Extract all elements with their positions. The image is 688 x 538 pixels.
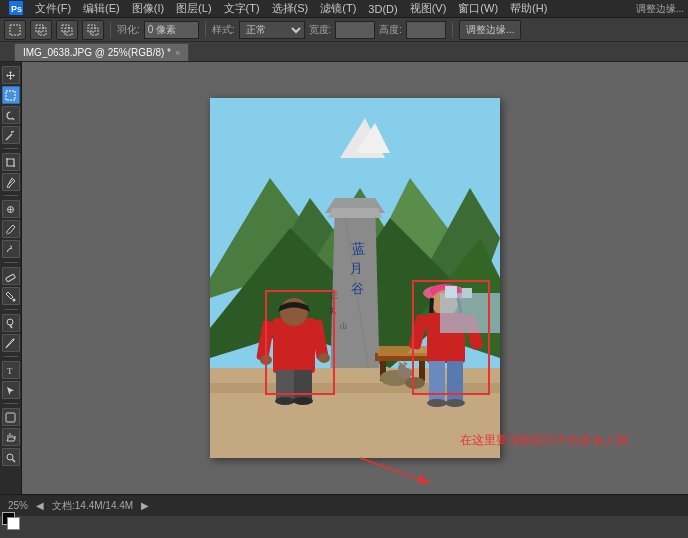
canvas-area: 蓝 月 谷 正 龙 山 <box>22 62 688 494</box>
svg-line-86 <box>360 458 430 483</box>
hand-tool[interactable] <box>2 428 20 446</box>
annotation-arrow <box>300 448 500 488</box>
svg-rect-62 <box>276 370 294 400</box>
svg-rect-71 <box>447 361 463 401</box>
path-selection-tool[interactable] <box>2 381 20 399</box>
subtract-selection-btn[interactable]: - <box>56 20 78 40</box>
text-tool[interactable]: T <box>2 361 20 379</box>
svg-rect-70 <box>429 361 445 401</box>
style-select[interactable]: 正常 固定比例 固定大小 <box>239 21 305 39</box>
brush-tool[interactable] <box>2 220 20 238</box>
toolbox-sep-6 <box>4 403 18 404</box>
menu-select[interactable]: 选择(S) <box>267 0 314 17</box>
zoom-tool[interactable] <box>2 448 20 466</box>
new-selection-btn[interactable] <box>4 20 26 40</box>
workspace: T <box>0 62 688 494</box>
svg-text:Ps: Ps <box>11 4 22 14</box>
menu-window[interactable]: 窗口(W) <box>453 0 503 17</box>
svg-point-21 <box>13 298 16 301</box>
color-swatches[interactable] <box>2 512 20 530</box>
menu-view[interactable]: 视图(V) <box>405 0 452 17</box>
svg-rect-20 <box>6 274 16 282</box>
svg-point-64 <box>275 397 295 405</box>
menu-edit[interactable]: 编辑(E) <box>78 0 125 17</box>
toolbar: + - 羽化: 样式: 正常 固定比例 固定大小 宽度: 高度: 调整边缘... <box>0 18 688 42</box>
status-bar: 25% ◀ 文档:14.4M/14.4M ▶ <box>0 494 688 516</box>
svg-text:-: - <box>68 24 70 30</box>
crop-tool[interactable] <box>2 153 20 171</box>
toolbox-sep-1 <box>4 148 18 149</box>
feather-input[interactable] <box>144 21 199 39</box>
doc-info: 文档:14.4M/14.4M <box>52 499 133 513</box>
svg-line-12 <box>6 134 12 140</box>
tab-filename: IMG_0638.JPG @ 25%(RGB/8) * <box>23 47 171 58</box>
menu-image[interactable]: 图像(I) <box>127 0 169 17</box>
menu-help[interactable]: 帮助(H) <box>505 0 552 17</box>
svg-rect-77 <box>445 286 457 298</box>
refine-edge-btn[interactable]: 调整边缘... <box>459 20 521 40</box>
svg-text:蓝: 蓝 <box>351 240 366 256</box>
width-input[interactable] <box>335 21 375 39</box>
svg-rect-63 <box>294 370 312 400</box>
menu-3d[interactable]: 3D(D) <box>363 2 402 16</box>
add-selection-btn[interactable]: + <box>30 20 52 40</box>
svg-point-22 <box>7 319 13 325</box>
menu-text[interactable]: 文字(T) <box>219 0 265 17</box>
svg-line-23 <box>10 325 12 328</box>
svg-line-28 <box>13 459 16 462</box>
svg-point-82 <box>398 364 406 372</box>
eyedropper-tool[interactable] <box>2 173 20 191</box>
svg-text:月: 月 <box>349 261 363 277</box>
background-color[interactable] <box>7 517 20 530</box>
svg-text:正: 正 <box>330 291 338 300</box>
toolbox-sep-3 <box>4 262 18 263</box>
svg-rect-11 <box>6 91 15 100</box>
svg-text:龙: 龙 <box>328 306 336 315</box>
svg-text:+: + <box>42 24 46 30</box>
svg-point-65 <box>293 397 313 405</box>
height-input[interactable] <box>406 21 446 39</box>
toolbar-separator-1 <box>110 22 111 38</box>
svg-rect-56 <box>273 318 315 373</box>
toolbox-sep-5 <box>4 356 18 357</box>
menu-ps[interactable]: Ps <box>4 0 28 18</box>
tab-bar: IMG_0638.JPG @ 25%(RGB/8) * × <box>0 42 688 62</box>
height-label: 高度: <box>379 23 402 37</box>
svg-point-61 <box>318 353 330 363</box>
toolbar-separator-2 <box>205 22 206 38</box>
menu-bar: Ps 文件(F) 编辑(E) 图像(I) 图层(L) 文字(T) 选择(S) 滤… <box>0 0 688 18</box>
svg-point-60 <box>260 355 272 365</box>
document-tab[interactable]: IMG_0638.JPG @ 25%(RGB/8) * × <box>14 43 189 61</box>
svg-text:谷: 谷 <box>351 281 364 296</box>
lasso-tool[interactable] <box>2 106 20 124</box>
svg-point-24 <box>13 338 15 340</box>
svg-text:山: 山 <box>340 322 347 330</box>
dodge-tool[interactable] <box>2 314 20 332</box>
style-label: 样式: <box>212 23 235 37</box>
eraser-tool[interactable] <box>2 267 20 285</box>
photo-image: 蓝 月 谷 正 龙 山 <box>210 98 500 458</box>
toolbox: T <box>0 62 22 494</box>
menu-file[interactable]: 文件(F) <box>30 0 76 17</box>
toolbox-sep-4 <box>4 309 18 310</box>
pen-tool[interactable] <box>2 334 20 352</box>
status-arrow-right: ▶ <box>141 500 149 511</box>
healing-brush-tool[interactable] <box>2 200 20 218</box>
menu-layer[interactable]: 图层(L) <box>171 0 216 17</box>
svg-marker-42 <box>328 208 382 218</box>
magic-wand-tool[interactable] <box>2 126 20 144</box>
move-tool[interactable] <box>2 66 20 84</box>
svg-line-13 <box>13 131 14 132</box>
zoom-level: 25% <box>8 500 28 511</box>
tab-close-btn[interactable]: × <box>175 48 180 58</box>
menu-filter[interactable]: 滤镜(T) <box>315 0 361 17</box>
intersect-selection-btn[interactable] <box>82 20 104 40</box>
width-label: 宽度: <box>309 23 332 37</box>
clone-stamp-tool[interactable] <box>2 240 20 258</box>
paint-bucket-tool[interactable] <box>2 287 20 305</box>
marquee-tool[interactable] <box>2 86 20 104</box>
shape-tool[interactable] <box>2 408 20 426</box>
toolbox-sep-2 <box>4 195 18 196</box>
svg-rect-78 <box>462 288 472 298</box>
annotation-text: 在这里要清除图片中的多余人物 <box>460 432 628 449</box>
